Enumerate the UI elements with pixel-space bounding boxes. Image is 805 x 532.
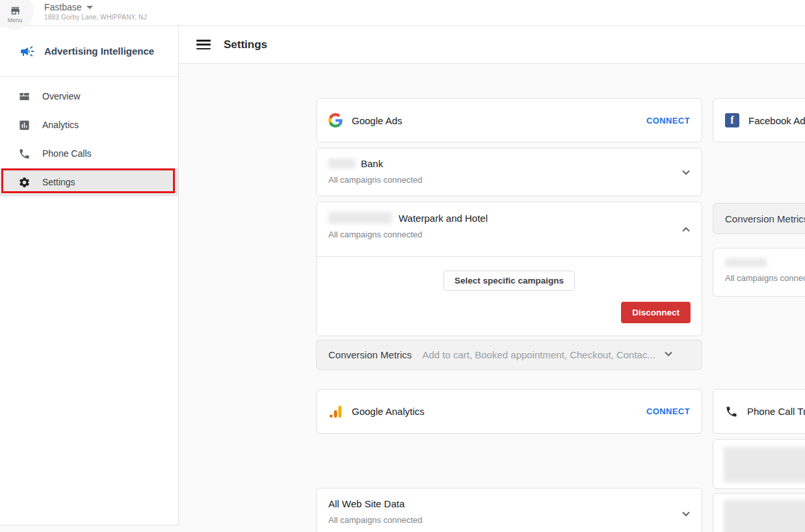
- conversion-metrics-label: Conversion Metrics: [328, 349, 412, 360]
- disconnect-button[interactable]: Disconnect: [621, 302, 691, 323]
- business-name: Fastbase: [44, 2, 82, 12]
- chevron-down-icon: [86, 6, 93, 9]
- facebook-logo-icon: f: [725, 113, 739, 127]
- google-analytics-card: Google Analytics CONNECT: [316, 389, 702, 434]
- google-ads-card: Google Ads CONNECT: [316, 98, 702, 142]
- google-ads-account-row-expanded: Waterpark and Hotel All campaigns connec…: [316, 202, 702, 336]
- phone-tracking-row[interactable]: [713, 493, 805, 532]
- account-status: All campaigns connected: [328, 515, 690, 525]
- storefront-icon: [10, 5, 21, 16]
- account-row-header[interactable]: Waterpark and Hotel All campaigns connec…: [317, 202, 702, 256]
- sidebar-item-label: Phone Calls: [42, 148, 92, 159]
- overview-icon: [18, 90, 31, 103]
- account-status: All campaigns connected: [328, 230, 690, 239]
- page-title: Settings: [224, 38, 267, 51]
- redacted-text: [724, 500, 805, 532]
- menu-label: Menu: [8, 17, 23, 23]
- conversion-metrics-bar[interactable]: Conversion Metrics: [713, 203, 805, 234]
- redacted-text: [328, 159, 356, 168]
- page-header: Settings: [179, 26, 805, 64]
- google-analytics-account-row[interactable]: All Web Site Data All campaigns connecte…: [316, 488, 702, 532]
- sidebar-nav: Overview Analytics Phone Calls Settings: [0, 77, 178, 196]
- megaphone-icon: [20, 44, 35, 59]
- phone-call-tracking-card: Phone Call Tracking: [713, 389, 805, 434]
- sidebar: Advertising Intelligence Overview Analyt…: [0, 26, 179, 525]
- chevron-up-icon[interactable]: [681, 224, 691, 237]
- hamburger-menu-icon[interactable]: [196, 40, 211, 49]
- sidebar-item-settings[interactable]: Settings: [0, 168, 178, 196]
- sidebar-item-analytics[interactable]: Analytics: [0, 111, 178, 139]
- sidebar-item-label: Analytics: [42, 120, 79, 130]
- redacted-text: [725, 258, 767, 267]
- provider-title: Facebook Ads: [748, 115, 805, 126]
- sidebar-item-label: Overview: [42, 91, 80, 101]
- sidebar-header: Advertising Intelligence: [0, 26, 178, 77]
- phone-icon: [18, 148, 31, 160]
- sidebar-title: Advertising Intelligence: [44, 46, 154, 57]
- account-name: Waterpark and Hotel: [399, 213, 488, 224]
- google-analytics-logo-icon: [328, 405, 343, 419]
- chevron-down-icon[interactable]: [663, 349, 674, 362]
- provider-title: Phone Call Tracking: [747, 406, 805, 417]
- phone-tracking-row[interactable]: [713, 439, 805, 489]
- phone-icon: [725, 405, 738, 418]
- provider-title: Google Ads: [352, 115, 403, 126]
- sidebar-item-label: Settings: [42, 177, 75, 187]
- sidebar-item-overview[interactable]: Overview: [0, 82, 178, 111]
- conversion-metrics-value: Add to cart, Booked appointment, Checkou…: [422, 349, 655, 360]
- chevron-down-icon[interactable]: [681, 167, 691, 180]
- conversion-metrics-label: Conversion Metrics: [725, 213, 805, 224]
- divider: [317, 256, 702, 257]
- redacted-text: [328, 212, 392, 224]
- provider-title: Google Analytics: [352, 406, 425, 417]
- chevron-down-icon[interactable]: [681, 509, 691, 522]
- google-ads-account-row[interactable]: Bank All campaigns connected: [316, 148, 702, 196]
- account-status: All campaigns connected: [328, 175, 690, 185]
- conversion-metrics-bar[interactable]: Conversion Metrics Add to cart, Booked a…: [316, 339, 702, 370]
- business-address: 1883 Gorby Lane, WHIPPANY, NJ: [44, 14, 147, 21]
- gear-icon: [18, 176, 31, 189]
- google-logo-icon: [328, 113, 343, 127]
- redacted-text: [724, 447, 805, 483]
- account-name: Bank: [361, 158, 383, 169]
- select-campaigns-button[interactable]: Select specific campaigns: [443, 271, 575, 291]
- facebook-account-row[interactable]: All campaigns connected: [713, 248, 805, 297]
- account-name: All Web Site Data: [328, 498, 404, 509]
- top-bar: Fastbase 1883 Gorby Lane, WHIPPANY, NJ: [0, 0, 805, 26]
- connect-button[interactable]: CONNECT: [646, 406, 690, 416]
- sidebar-item-phone-calls[interactable]: Phone Calls: [0, 139, 178, 168]
- connect-button[interactable]: CONNECT: [646, 116, 690, 126]
- analytics-icon: [18, 119, 31, 131]
- business-selector[interactable]: Fastbase 1883 Gorby Lane, WHIPPANY, NJ: [44, 2, 147, 21]
- account-status: All campaigns connected: [725, 273, 805, 283]
- settings-content: Google Ads CONNECT Bank All campaigns co…: [179, 64, 805, 532]
- facebook-ads-card: f Facebook Ads: [713, 98, 805, 142]
